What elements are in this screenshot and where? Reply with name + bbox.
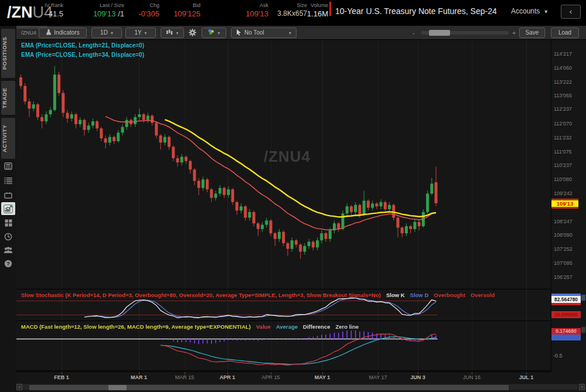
time-axis-label: APR 1	[210, 374, 245, 380]
load-label: Load	[558, 29, 571, 36]
header-divider	[329, 2, 331, 16]
stat-label: IV Rank	[35, 2, 63, 9]
svg-text:?: ?	[6, 261, 10, 267]
time-axis-label: MAY 17	[360, 374, 396, 380]
price-axis-label: 108'090	[554, 232, 573, 238]
sidebar-item-watchlist[interactable]	[2, 175, 15, 186]
ema34-study-label: EMA (Price=CLOSE, Length=34, Displace=0)	[21, 52, 144, 58]
chevron-right-icon: ›	[581, 384, 583, 390]
watchlist-icon	[4, 177, 12, 184]
price-axis-label: 112'237	[554, 106, 572, 112]
price-axis-label: 110'080	[554, 176, 572, 182]
save-button[interactable]: Save	[519, 28, 545, 38]
scrollbar-thumb[interactable]	[29, 385, 509, 390]
price-axis-label: 114'217	[554, 51, 572, 57]
time-axis-label: APR 15	[253, 374, 288, 380]
tool-label: No Tool	[244, 29, 264, 36]
help-icon: ?	[4, 260, 12, 268]
time-axis-tick	[526, 372, 527, 374]
chart-type-dropdown[interactable]: ▾	[161, 28, 184, 38]
zoom-slider-thumb[interactable]	[429, 30, 450, 36]
overbought-badge	[551, 303, 581, 305]
stochastic-panel[interactable]: Slow Stochastic (K Period=14, D Period=3…	[16, 290, 551, 321]
macd-panel[interactable]: MACD (Fast length=12, Slow length=26, MA…	[16, 322, 551, 371]
zoom-in-icon[interactable]: +	[512, 29, 516, 36]
price-axis-label: 108'247	[554, 219, 573, 224]
sidebar-item-charts[interactable]	[1, 202, 15, 215]
stat-label: Last / Size	[76, 2, 124, 9]
legend-item: Difference	[303, 323, 330, 330]
macd-panel-maximize-button[interactable]	[581, 327, 585, 333]
zoom-out-icon[interactable]: -	[413, 29, 415, 36]
sidebar-item-help[interactable]: ?	[2, 258, 15, 270]
price-axis-label: 111'232	[554, 135, 571, 141]
zoom-slider[interactable]	[421, 31, 509, 35]
stat-label: Chg	[130, 2, 159, 9]
scroll-right-button[interactable]: ›	[579, 384, 585, 390]
accounts-menu[interactable]: Accounts▾	[511, 7, 547, 15]
legend-item: Average	[276, 323, 298, 330]
monitor-icon	[4, 192, 12, 199]
sidebar-tab-trade[interactable]: TRADE	[1, 81, 15, 115]
slow-k-value-badge: 82.564780	[551, 296, 581, 303]
price-axis-label: 109'242	[554, 190, 573, 196]
sidebar-item-history[interactable]	[2, 231, 15, 243]
time-axis-label: JUN 16	[454, 374, 489, 380]
chart-settings-button[interactable]	[188, 28, 197, 39]
legend-item: Value	[256, 323, 271, 330]
tool-dropdown[interactable]: No Tool▾	[231, 28, 297, 38]
symbol-watermark: /ZNU4	[240, 148, 334, 166]
range-dropdown[interactable]: 1Y▾	[125, 28, 156, 38]
sidebar-tab-activity[interactable]: ACTIVITY	[1, 118, 15, 159]
price-axis-label: 113'065	[554, 93, 572, 98]
macd-grid-label: -0.5	[553, 353, 563, 359]
stat-ask: Ask 109'13	[238, 2, 268, 19]
indicators-label: Indicators	[54, 29, 79, 36]
time-axis[interactable]: FEB 1MAR 1MAR 15APR 1APR 15MAY 1MAY 17JU…	[16, 371, 551, 383]
collapse-panel-button[interactable]: ‹	[561, 5, 581, 19]
price-axis-label: 107'095	[554, 260, 573, 266]
stat-label: Size	[271, 2, 307, 9]
ema21-study-label: EMA (Price=CLOSE, Length=21, Displace=0)	[21, 42, 144, 49]
drawing-set-dropdown[interactable]: ▾	[202, 28, 226, 38]
instrument-title: 10-Year U.S. Treasury Note Futures, Sep-…	[335, 6, 497, 16]
chevron-down-icon: ▾	[217, 30, 220, 36]
time-axis-label: FEB 1	[44, 374, 79, 380]
time-axis-tick	[271, 372, 271, 374]
timeframe-dropdown[interactable]: 1D▾	[91, 28, 122, 38]
stat-value: 109'13	[238, 9, 268, 19]
sidebar-item-calculator[interactable]	[2, 160, 15, 172]
chart-toolbar: /ZNU4 Indicators 1D▾ 1Y▾ ▾ ▾ No Tool▾ - …	[16, 26, 586, 40]
load-button[interactable]: Load	[551, 28, 579, 38]
sidebar-tab-positions[interactable]: POSITIONS	[1, 29, 15, 78]
scrollbar-track[interactable]	[22, 384, 578, 390]
stat-bid: Bid 109'125	[168, 2, 200, 19]
legend-item: Overbought	[434, 292, 465, 298]
last-price: 109'13	[93, 9, 116, 18]
time-axis-tick	[322, 372, 323, 374]
price-chart-panel[interactable]: EMA (Price=CLOSE, Length=21, Displace=0)…	[16, 40, 551, 289]
stat-chg: Chg -0'305	[130, 2, 159, 19]
scroll-left-button[interactable]: ‹	[16, 384, 22, 390]
indicators-button[interactable]: Indicators	[39, 28, 87, 38]
time-axis-label: JUL 1	[509, 374, 544, 380]
macd-legend: ValueAverageDifferenceZero line	[251, 323, 359, 330]
price-axis-label: 106'257	[554, 274, 573, 280]
stoch-panel-maximize-button[interactable]	[581, 295, 585, 301]
price-axis-label: 114'060	[554, 65, 572, 71]
last-size: /1	[116, 9, 124, 18]
sidebar-item-monitor[interactable]	[2, 189, 15, 201]
sidebar-item-grid[interactable]	[2, 217, 15, 229]
range-value: 1Y	[134, 29, 141, 36]
legend-item: Oversold	[471, 292, 495, 298]
stat-label: Ask	[238, 2, 268, 9]
chevron-down-icon: ▾	[544, 8, 547, 15]
legend-item: Zero line	[336, 323, 359, 330]
horizontal-scrollbar[interactable]: ‹ ›	[16, 384, 586, 390]
sidebar-item-community[interactable]	[2, 244, 15, 256]
scrollbar-view-indicator[interactable]	[108, 385, 127, 390]
chevron-down-icon: ▾	[289, 29, 291, 38]
gear-icon	[188, 28, 197, 37]
time-axis-tick	[227, 372, 228, 374]
time-axis-tick	[62, 372, 62, 374]
